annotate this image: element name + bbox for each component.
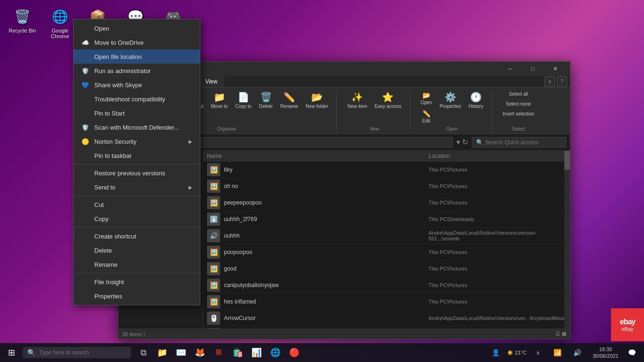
ebay-popup[interactable]: ebay eBay — [611, 308, 644, 341]
file-location: This PC\Pictures — [429, 200, 561, 206]
status-text: 28 items — [122, 331, 142, 337]
ribbon-select-none-btn[interactable]: Select none — [500, 99, 537, 108]
ribbon-move-to-btn[interactable]: 📁 Move to — [208, 90, 231, 111]
file-item-10[interactable]: 🖱️ ArrowCursor Andre\AppData\Local\Roblo… — [203, 310, 564, 327]
taskbar-app-chart[interactable]: 📊 — [248, 343, 265, 362]
ctx-properties[interactable]: Properties — [74, 289, 200, 303]
search-box[interactable]: 🔍 — [472, 137, 566, 148]
title-bar-controls: ─ □ ✕ — [499, 62, 566, 76]
tab-view[interactable]: View — [198, 76, 224, 87]
ribbon-properties-btn[interactable]: ⚙️ Properties — [437, 90, 464, 111]
taskbar-notification[interactable]: 🗨️ — [623, 343, 640, 362]
new-folder-icon: 📂 — [311, 91, 323, 103]
select-group-label: Select — [512, 126, 525, 132]
taskbar-chevron[interactable]: ∧ — [529, 343, 546, 362]
desktop-icon-recycle-bin[interactable]: 🗑️ Recycle Bin — [5, 5, 40, 41]
ctx-restore-icon — [81, 169, 90, 177]
ctx-rename-icon — [81, 260, 90, 269]
ctx-create-shortcut[interactable]: Create shortcut — [74, 229, 200, 243]
ribbon-rename-btn[interactable]: ✏️ Rename — [277, 90, 301, 111]
ctx-run-admin[interactable]: 🛡️ Run as administrator — [74, 64, 200, 78]
file-item-9[interactable]: 🖼️ hes inflamed This PC\Pictures — [203, 294, 564, 310]
ctx-send-to[interactable]: Send to ▶ — [74, 180, 200, 194]
taskbar-mail[interactable]: ✉️ — [173, 343, 190, 362]
file-item-4[interactable]: ⬇️ uuhhh_2f769 This PC\Downloads — [203, 211, 564, 228]
ctx-troubleshoot[interactable]: Troubleshoot compatibility — [74, 92, 200, 106]
vertical-scrollbar[interactable] — [564, 151, 570, 329]
file-item-7[interactable]: 🖼️ good This PC\Pictures — [203, 261, 564, 277]
ctx-properties-icon — [81, 292, 90, 300]
taskbar-file-explorer[interactable]: 📁 — [154, 343, 171, 362]
dropdown-btn[interactable]: ▾ — [456, 138, 460, 147]
file-item-8[interactable]: 🖼️ caniputyoballsinyojaw This PC\Picture… — [203, 277, 564, 294]
ctx-restore-label: Restore previous versions — [94, 170, 165, 177]
ribbon-select-all-btn[interactable]: Select all — [500, 90, 537, 99]
taskbar-volume-icon[interactable]: 🔊 — [569, 343, 586, 362]
file-item-3[interactable]: 🖼️ peepeepoopoo This PC\Pictures — [203, 195, 564, 211]
help-button[interactable]: ? — [557, 76, 567, 87]
taskbar-chrome[interactable]: 🔴 — [286, 343, 303, 362]
refresh-btn[interactable]: ↻ — [462, 138, 468, 147]
ribbon-history-btn[interactable]: 🕐 History — [466, 90, 486, 111]
taskbar-search[interactable]: 🔍 — [23, 347, 131, 358]
view-list-btn[interactable]: ☰ — [555, 331, 560, 337]
maximize-button[interactable]: □ — [522, 62, 544, 76]
select-none-label: Select none — [506, 101, 531, 107]
file-location: This PC\Pictures — [429, 249, 561, 255]
taskbar-app-b[interactable]: B — [210, 343, 227, 362]
taskbar-edge[interactable]: 🌐 — [267, 343, 284, 362]
ribbon-select-items: Select all Select none Invert selection — [500, 90, 537, 118]
desktop-icon-chrome[interactable]: 🌐 Google Chrome — [42, 5, 78, 41]
taskbar-task-view[interactable]: ⧉ — [135, 343, 152, 362]
close-button[interactable]: ✕ — [545, 62, 566, 76]
ctx-restore-versions[interactable]: Restore previous versions — [74, 166, 200, 180]
taskbar-network-icon[interactable]: 📶 — [549, 343, 566, 362]
file-name: peepeepoopoo — [224, 199, 429, 206]
minimize-button[interactable]: ─ — [499, 62, 521, 76]
ctx-send-to-label: Send to — [94, 184, 116, 191]
ctx-cut[interactable]: Cut — [74, 197, 200, 212]
collapse-ribbon-button[interactable]: ∧ — [545, 76, 555, 87]
file-thumb: ⬇️ — [207, 213, 220, 226]
ctx-scan-defender[interactable]: 🛡️ Scan with Microsoft Defender... — [74, 120, 200, 134]
ctx-pin-taskbar[interactable]: Pin to taskbar — [74, 148, 200, 163]
ctx-pin-start[interactable]: Pin to Start — [74, 106, 200, 120]
ribbon-new-folder-btn[interactable]: 📂 New folder — [303, 90, 331, 111]
ctx-rename[interactable]: Rename — [74, 257, 200, 272]
ctx-open[interactable]: Open — [74, 21, 200, 35]
properties-icon: ⚙️ — [445, 91, 456, 103]
taskbar-store[interactable]: 🛍️ — [229, 343, 246, 362]
search-input[interactable] — [485, 139, 562, 146]
taskbar-firefox[interactable]: 🦊 — [191, 343, 208, 362]
ctx-open-location[interactable]: Open file location — [74, 49, 200, 64]
ctx-norton[interactable]: 🟡 Norton Security ▶ — [74, 134, 200, 148]
start-button[interactable]: ⊞ — [0, 343, 23, 362]
taskbar-search-input[interactable] — [39, 349, 126, 356]
ctx-copy[interactable]: Copy — [74, 212, 200, 226]
file-item-5[interactable]: 🔊 uuhhh Andre\AppData\Local\Roblox\Versi… — [203, 228, 564, 244]
ribbon-copy-to-btn[interactable]: 📄 Copy to — [232, 90, 254, 111]
weather-widget[interactable]: ☀️ 21°C — [507, 350, 527, 356]
ctx-share-skype[interactable]: 💙 Share with Skype — [74, 78, 200, 92]
ribbon-easy-access-btn[interactable]: ⭐ Easy access — [372, 90, 404, 111]
file-location: This PC\Pictures — [429, 266, 561, 272]
taskbar-people-icon[interactable]: 👤 — [487, 343, 504, 362]
ctx-delete-label: Delete — [94, 247, 112, 254]
file-location: Andre\AppData\Local\Roblox\Versions\ver.… — [429, 315, 561, 321]
taskbar-clock[interactable]: 18:30 30/06/2021 — [590, 346, 621, 360]
view-grid-btn[interactable]: ⊞ — [562, 331, 566, 337]
ribbon-delete-btn[interactable]: 🗑️ Delete — [256, 90, 276, 111]
ribbon-new-item-btn[interactable]: ✨ New item — [345, 90, 370, 111]
ribbon-edit-btn[interactable]: ✏️ Edit — [418, 108, 435, 125]
file-item-6[interactable]: 🖼️ poopoopoo This PC\Pictures — [203, 244, 564, 261]
ctx-move-onedrive[interactable]: ☁️ Move to OneDrive — [74, 35, 200, 49]
ribbon-invert-selection-btn[interactable]: Invert selection — [500, 109, 537, 118]
rename-label: Rename — [280, 104, 298, 109]
file-item-1[interactable]: 🖼️ tiky This PC\Pictures — [203, 162, 564, 178]
ribbon-open-btn[interactable]: 📂 Open — [418, 90, 435, 107]
copy-to-icon: 📄 — [238, 91, 249, 103]
ctx-file-insight[interactable]: File Insight — [74, 275, 200, 289]
ctx-open-icon — [81, 24, 90, 33]
ctx-delete[interactable]: Delete — [74, 243, 200, 257]
file-item-2[interactable]: 🖼️ oh no This PC\Pictures — [203, 178, 564, 195]
